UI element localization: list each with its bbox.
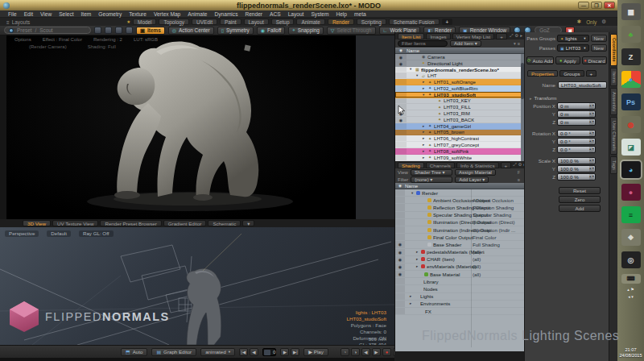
menu-item[interactable]: Edit bbox=[24, 11, 33, 17]
layer-effect[interactable]: Illumination (Direct) bbox=[473, 219, 522, 225]
visibility-eye-icon[interactable] bbox=[395, 104, 407, 110]
item-list-row[interactable]: ◉ ◉ Camera bbox=[395, 54, 524, 60]
taskbar-app-icon[interactable]: ❖ bbox=[621, 229, 641, 246]
transform-action-button[interactable]: Add bbox=[559, 205, 601, 212]
layout-tab[interactable]: Topology bbox=[159, 19, 189, 25]
visibility-eye-icon[interactable] bbox=[395, 212, 405, 218]
add-layer-dropdown[interactable]: Add Layer ▾ bbox=[455, 176, 489, 183]
layer-effect[interactable]: (all) bbox=[473, 249, 522, 255]
shader-tree-row[interactable]: ◉ Base Shader Full Shading bbox=[395, 241, 524, 248]
panel-tab[interactable]: Vertex Map List bbox=[452, 33, 495, 39]
visibility-eye-icon[interactable] bbox=[395, 92, 407, 98]
taskbar-app-icon[interactable]: ◍ bbox=[621, 116, 641, 133]
layer-effect[interactable]: Reflection Shading bbox=[473, 205, 522, 210]
menu-item[interactable]: File bbox=[8, 11, 17, 17]
item-list-row[interactable]: ◉ ✦ Directional Light bbox=[395, 60, 524, 67]
visibility-eye-icon[interactable] bbox=[395, 308, 405, 314]
transform-value-field[interactable]: 0.0 °▲▼ bbox=[557, 138, 596, 145]
tool-mode-button[interactable]: ▽Select Through bbox=[327, 27, 376, 35]
auto-key-button[interactable]: ⬒Auto bbox=[121, 348, 147, 356]
taskbar-app-icon[interactable]: ◪ bbox=[621, 139, 641, 156]
polygons-mode-icon[interactable] bbox=[115, 27, 122, 34]
viewport-tab[interactable]: 3D View bbox=[23, 220, 51, 226]
pop-out-icon[interactable]: ⤢ bbox=[513, 162, 516, 168]
expand-arrow-icon[interactable]: ▸ bbox=[423, 156, 428, 160]
shader-tree-row[interactable]: Illumination (Direct) Output Illuminatio… bbox=[395, 219, 524, 226]
item-list-row[interactable]: ✦ LHT03_KEY bbox=[395, 98, 524, 105]
transport-button[interactable]: ◀ bbox=[250, 348, 258, 356]
stepper-arrows[interactable]: ▲▼ bbox=[589, 131, 594, 136]
tool-mode-button[interactable]: ⌖Snapping bbox=[288, 27, 323, 35]
layout-tab[interactable]: Setup bbox=[271, 19, 295, 25]
shader-tree-row[interactable]: FX bbox=[395, 308, 524, 315]
visibility-eye-icon[interactable] bbox=[395, 301, 405, 307]
minimize-button[interactable]: — bbox=[578, 2, 589, 9]
viewport-tab[interactable]: Render Preset Browser bbox=[100, 220, 161, 226]
expand-arrow-icon[interactable]: ▾ bbox=[410, 67, 415, 71]
menu-item[interactable]: System bbox=[311, 11, 328, 17]
visibility-eye-icon[interactable]: ◉ bbox=[395, 271, 405, 277]
stepper-arrows[interactable]: ▲▼ bbox=[589, 147, 594, 152]
view-dropdown[interactable]: Shader Tree ▾ bbox=[411, 169, 452, 176]
system-clock[interactable]: 21:07 24/08/2015 bbox=[620, 347, 642, 359]
visibility-eye-icon[interactable] bbox=[395, 204, 405, 210]
taskbar-app-icon[interactable]: ♣ bbox=[621, 26, 641, 43]
shader-tree-row[interactable]: Illumination (Indirect) Output Illuminat… bbox=[395, 226, 524, 234]
visibility-eye-icon[interactable] bbox=[395, 79, 407, 85]
layout-tab[interactable]: Scripting bbox=[357, 19, 386, 25]
timeline-tool-icon[interactable]: ◔ bbox=[341, 348, 349, 356]
visibility-eye-icon[interactable]: ◉ bbox=[395, 117, 407, 122]
visibility-eye-icon[interactable] bbox=[395, 135, 407, 141]
expand-arrow-icon[interactable]: ▸ bbox=[423, 86, 428, 90]
filter-dropdown[interactable]: (none) ▾ bbox=[411, 176, 452, 183]
gear-icon[interactable]: ⚙ bbox=[518, 162, 522, 168]
transport-button[interactable]: |◀ bbox=[239, 348, 248, 356]
menu-item[interactable]: Help bbox=[336, 11, 347, 17]
viewport-tab[interactable]: UV Texture View bbox=[52, 220, 99, 226]
gear-icon[interactable]: ⚙ bbox=[514, 33, 518, 39]
add-item-dropdown[interactable]: Add Item ▾ bbox=[450, 40, 481, 47]
item-list-row[interactable]: ▸ ✦ LHT05_brown bbox=[395, 130, 524, 136]
taskbar-app-icon[interactable]: ● bbox=[621, 71, 641, 88]
expand-arrow-icon[interactable]: ▸ bbox=[423, 143, 428, 147]
expand-arrow-icon[interactable]: ▸ bbox=[423, 149, 428, 153]
list-menu-icon[interactable]: ≡ bbox=[518, 41, 520, 46]
passes-dropdown[interactable]: ▣LHT03▾ bbox=[557, 44, 589, 52]
shader-tree-row[interactable]: ◉ ▸ envMaterials (Material) (all) bbox=[395, 263, 524, 271]
layer-effect[interactable]: Ambient Occlusion bbox=[473, 197, 522, 203]
menu-item[interactable]: Layout bbox=[288, 11, 304, 17]
current-frame-field[interactable]: 0 bbox=[262, 348, 276, 356]
item-list-row[interactable]: ▸ ✦ LHT02_softBlueRim bbox=[395, 85, 524, 92]
menu-item[interactable]: Geometry bbox=[98, 11, 122, 17]
layer-effect[interactable]: (all) bbox=[473, 256, 522, 262]
side-tab[interactable]: Assembly bbox=[610, 88, 617, 115]
graph-editor-button[interactable]: ▤Graph Editor bbox=[151, 348, 196, 356]
item-list-row[interactable]: ▸ ✦ LHT08_softPink bbox=[395, 148, 524, 155]
shader-tree-row[interactable]: ▸ Lights bbox=[395, 293, 524, 301]
stepper-arrows[interactable]: ▲▼ bbox=[589, 139, 594, 144]
new-pass-group-button[interactable]: New bbox=[591, 35, 607, 42]
menu-item[interactable]: Texture bbox=[129, 11, 147, 17]
stepper-arrows[interactable]: ▲▼ bbox=[589, 166, 594, 172]
render-overlay-item[interactable]: Options bbox=[14, 37, 31, 42]
expand-arrow-icon[interactable]: ▾ bbox=[423, 93, 428, 97]
layer-effect[interactable]: (all) bbox=[473, 272, 522, 277]
visibility-eye-icon[interactable] bbox=[395, 67, 407, 73]
visibility-eye-icon[interactable]: ◉ bbox=[395, 54, 407, 60]
panel-tab[interactable]: + bbox=[496, 33, 507, 39]
expand-arrow-icon[interactable]: ▸ bbox=[423, 124, 428, 128]
item-list-row[interactable]: ▾ ▦ flippednormals_renderScene.lxo* bbox=[395, 67, 524, 73]
layout-tab[interactable]: Paint bbox=[220, 19, 242, 25]
pop-out-icon[interactable]: ⤢ bbox=[510, 33, 513, 39]
item-list-row[interactable]: ◉ ✦ LHT03_BACK bbox=[395, 117, 524, 123]
shader-tree-row[interactable]: Final Color Output Final Color bbox=[395, 234, 524, 241]
list-options-icon[interactable]: ▾ bbox=[514, 41, 516, 46]
materials-mode-icon[interactable] bbox=[126, 27, 133, 34]
visibility-eye-icon[interactable] bbox=[395, 189, 405, 196]
assign-material-button[interactable]: Assign Material bbox=[455, 169, 496, 176]
panel-arrow-icon[interactable]: ▸ bbox=[520, 33, 522, 39]
apply-button[interactable]: ●Apply bbox=[555, 56, 580, 64]
menu-item[interactable]: Item bbox=[81, 11, 92, 17]
visibility-eye-icon[interactable]: ◉ bbox=[395, 60, 407, 66]
side-tab[interactable]: Items bbox=[610, 68, 617, 87]
